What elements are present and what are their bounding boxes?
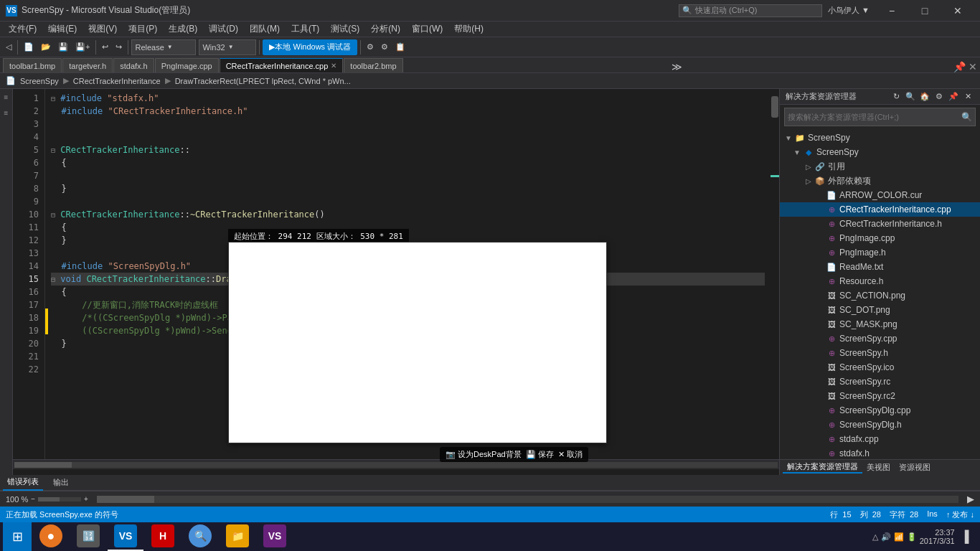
sol-file-pngimage-cpp[interactable]: ⊕ PngImage.cpp	[780, 231, 980, 245]
tab-stdafx-h[interactable]: stdafx.h	[113, 58, 154, 72]
sol-file-stdafx-h[interactable]: ⊕ stdafx.h	[780, 446, 980, 459]
run-button[interactable]: ▶ 本地 Windows 调试器	[263, 39, 357, 55]
sol-sync-button[interactable]: ↻	[890, 90, 903, 103]
sol-pin-button[interactable]: 📌	[947, 90, 960, 103]
menu-view[interactable]: 视图(V)	[83, 22, 123, 37]
tab-crecttracker-cpp[interactable]: CRectTrackerInheritance.cpp ✕	[220, 58, 344, 72]
tb-undo-button[interactable]: ↩	[99, 39, 111, 55]
tab-crecttracker-close-icon[interactable]: ✕	[331, 62, 336, 70]
sol-tab-solution[interactable]: 解决方案资源管理器	[783, 461, 862, 474]
minimize-button[interactable]: −	[875, 0, 908, 22]
sol-file-stdafx-cpp[interactable]: ⊕ stdafx.cpp	[780, 432, 980, 446]
menu-help[interactable]: 帮助(H)	[448, 22, 489, 37]
project-toggle-icon[interactable]: ▼	[791, 149, 803, 156]
sol-file-screenspy-rc[interactable]: 🖼 ScreenSpy.rc	[780, 375, 980, 389]
sol-settings-button[interactable]: ⚙	[933, 90, 946, 103]
taskbar-app-folder[interactable]: 📁	[220, 522, 255, 551]
platform-dropdown[interactable]: Win32 ▼	[199, 39, 256, 55]
sol-file-crect-cpp[interactable]: ⊕ CRectTrackerInheritance.cpp	[780, 202, 980, 217]
menu-build[interactable]: 生成(B)	[163, 22, 203, 37]
collapse-10[interactable]: ⊟	[51, 211, 55, 219]
tb-save-button[interactable]: 💾	[55, 39, 71, 55]
taskbar-app-vs2[interactable]: VS	[257, 522, 293, 551]
menu-test[interactable]: 测试(S)	[325, 22, 365, 37]
scroll-thumb[interactable]	[771, 96, 778, 118]
taskbar-start-button[interactable]: ⊞	[3, 522, 32, 551]
menu-project[interactable]: 项目(P)	[123, 22, 163, 37]
horizontal-scrollbar[interactable]	[13, 459, 779, 469]
collapse-1[interactable]: ⊟	[51, 95, 55, 103]
sol-tab-resourceview[interactable]: 资源视图	[895, 462, 935, 473]
sidebar-icon-2[interactable]: ≡	[1, 108, 11, 118]
sol-file-screenspydlg-cpp[interactable]: ⊕ ScreenSpyDlg.cpp	[780, 403, 980, 418]
bottom-tab-errors[interactable]: 错误列表	[3, 475, 43, 491]
editor-class-name[interactable]: CRectTrackerInheritance	[73, 77, 161, 85]
sol-file-sc-action[interactable]: 🖼 SC_ACTION.png	[780, 288, 980, 303]
config-dropdown[interactable]: Release ▼	[131, 39, 196, 55]
tab-overflow-button[interactable]: ≫	[667, 61, 687, 72]
taskbar-app-search[interactable]: 🔍	[182, 522, 218, 551]
sol-file-pngimage-h[interactable]: ⊕ PngImage.h	[780, 245, 980, 260]
sol-file-crect-h[interactable]: ⊕ CRectTrackerInheritance.h	[780, 217, 980, 231]
scroll-right-button[interactable]: ▶	[967, 494, 974, 504]
sol-tab-classview[interactable]: 美视图	[862, 462, 895, 473]
h-scroll-thumb[interactable]	[14, 462, 72, 468]
quick-launch-box[interactable]: 🔍 快速启动 (Ctrl+Q)	[679, 4, 822, 17]
taskbar-app-browser[interactable]: ●	[33, 522, 69, 551]
taskbar-app-h[interactable]: H	[145, 522, 181, 551]
sol-filter-button[interactable]: 🔍	[904, 90, 917, 103]
zoom-in-button[interactable]: +	[84, 495, 88, 503]
sol-file-readme[interactable]: 📄 ReadMe.txt	[780, 260, 980, 274]
sol-file-sc-dot[interactable]: 🖼 SC_DOT.png	[780, 303, 980, 317]
pin-icon[interactable]: 📌	[953, 61, 966, 72]
right-scrollbar[interactable]	[771, 89, 779, 459]
tb-extra-3[interactable]: 📋	[392, 39, 408, 55]
sol-close-button[interactable]: ✕	[961, 90, 974, 103]
sol-file-screenspy-ico[interactable]: 🖼 ScreenSpy.ico	[780, 360, 980, 375]
zoom-slider-track[interactable]	[38, 497, 81, 501]
tb-open-button[interactable]: 📂	[38, 39, 54, 55]
panel-close-icon[interactable]: ✕	[969, 61, 977, 72]
menu-debug[interactable]: 调试(D)	[203, 22, 244, 37]
root-toggle-icon[interactable]: ▼	[783, 134, 794, 142]
close-button[interactable]: ✕	[941, 0, 974, 22]
restore-button[interactable]: □	[908, 0, 941, 22]
menu-tools[interactable]: 工具(T)	[286, 22, 325, 37]
sol-file-screenspydlg-h[interactable]: ⊕ ScreenSpyDlg.h	[780, 418, 980, 432]
tab-pngimage-cpp[interactable]: PngImage.cpp	[155, 58, 219, 72]
code-lines[interactable]: ⊟ #include "stdafx.h" #include "CRectTra…	[45, 89, 771, 459]
zoom-slider-thumb[interactable]	[38, 497, 60, 501]
solution-tree[interactable]: ▼ 📁 ScreenSpy ▼ ◆ ScreenSpy ▷ 🔗 引用 ▷	[780, 129, 980, 459]
tb-redo-button[interactable]: ↪	[113, 39, 125, 55]
tb-extra-1[interactable]: ⚙	[364, 39, 377, 55]
menu-edit[interactable]: 编辑(E)	[42, 22, 83, 37]
taskbar-app-calculator[interactable]: 🔢	[70, 522, 106, 551]
menu-team[interactable]: 团队(M)	[244, 22, 286, 37]
tb-new-button[interactable]: 📄	[21, 39, 37, 55]
sol-ref[interactable]: ▷ 🔗 引用	[780, 159, 980, 174]
sol-search-box[interactable]: 🔍	[784, 108, 976, 126]
tb-saveall-button[interactable]: 💾+	[72, 39, 93, 55]
sol-file-screenspy-rc2[interactable]: 🖼 ScreenSpy.rc2	[780, 389, 980, 403]
menu-analyze[interactable]: 分析(N)	[365, 22, 406, 37]
tab-toolbar2-bmp[interactable]: toolbar2.bmp	[344, 58, 402, 72]
bottom-tab-output[interactable]: 输出	[49, 475, 73, 491]
sol-file-arrow[interactable]: 📄 ARROW_COLOR.cur	[780, 188, 980, 202]
sol-search-input[interactable]	[788, 113, 961, 121]
sol-file-resource-h[interactable]: ⊕ Resource.h	[780, 274, 980, 288]
collapse-5[interactable]: ⊟	[51, 146, 55, 154]
sol-project[interactable]: ▼ ◆ ScreenSpy	[780, 145, 980, 159]
taskbar-app-vs[interactable]: VS	[108, 522, 143, 551]
tb-extra-2[interactable]: ⚙	[378, 39, 391, 55]
sol-file-screenspy-h[interactable]: ⊕ ScreenSpy.h	[780, 346, 980, 360]
zoom-out-button[interactable]: −	[31, 495, 35, 503]
extdep-toggle-icon[interactable]: ▷	[803, 177, 814, 185]
sol-file-sc-mask[interactable]: 🖼 SC_MASK.png	[780, 317, 980, 331]
sidebar-icon-1[interactable]: ≡	[1, 92, 11, 102]
sol-file-screenspy-cpp[interactable]: ⊕ ScreenSpy.cpp	[780, 331, 980, 346]
sol-external-dep[interactable]: ▷ 📦 外部依赖项	[780, 174, 980, 188]
ref-toggle-icon[interactable]: ▷	[803, 163, 814, 171]
tb-back-button[interactable]: ◁	[3, 39, 14, 55]
taskbar-clock[interactable]: 23:37 2017/3/31	[920, 528, 961, 545]
tab-targetver-h[interactable]: targetver.h	[62, 58, 113, 72]
